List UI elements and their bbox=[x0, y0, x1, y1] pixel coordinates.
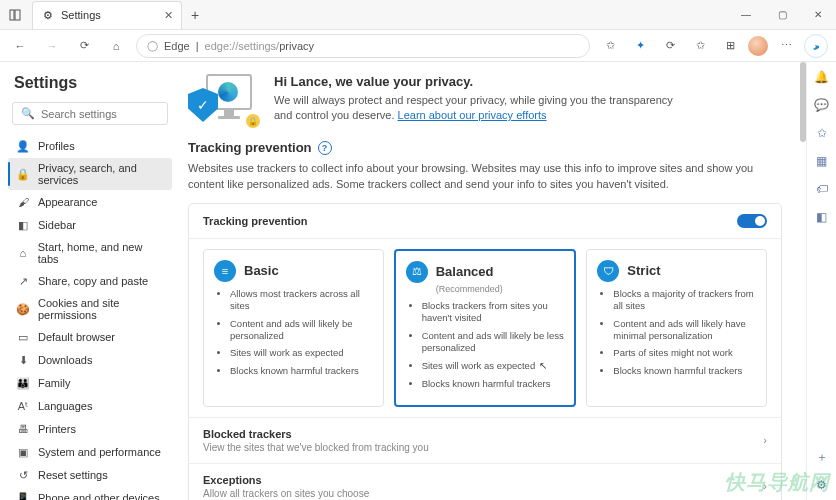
forward-button[interactable]: → bbox=[40, 34, 64, 58]
collections-icon[interactable]: ⊞ bbox=[718, 34, 742, 58]
info-icon[interactable]: ? bbox=[318, 141, 332, 155]
card-bullet: Blocks trackers from sites you haven't v… bbox=[422, 300, 565, 325]
favorites-icon[interactable]: ✩ bbox=[598, 34, 622, 58]
tab-actions-button[interactable] bbox=[0, 0, 30, 30]
card-recommended: (Recommended) bbox=[436, 284, 565, 294]
search-input[interactable] bbox=[41, 108, 179, 120]
close-window-button[interactable]: ✕ bbox=[800, 0, 836, 30]
sidebar-item-downloads[interactable]: ⬇Downloads bbox=[8, 349, 172, 371]
browser-tab[interactable]: ⚙ Settings ✕ bbox=[32, 1, 182, 29]
person-icon: 👤 bbox=[16, 139, 30, 153]
toolbar: ← → ⟳ ⌂ ◯ Edge | edge://settings/privacy… bbox=[0, 30, 836, 62]
sidebar-item-start-home-and-new-tabs[interactable]: ⌂Start, home, and new tabs bbox=[8, 237, 172, 269]
sidebar-item-system-and-performance[interactable]: ▣System and performance bbox=[8, 441, 172, 463]
sidebar-item-label: Appearance bbox=[38, 196, 97, 208]
exceptions-row[interactable]: Exceptions Allow all trackers on sites y… bbox=[189, 464, 781, 500]
tag-icon[interactable]: 🏷 bbox=[813, 180, 831, 198]
chevron-right-icon: › bbox=[763, 434, 767, 446]
sidebar-item-privacy-search-and-services[interactable]: 🔒Privacy, search, and services bbox=[8, 158, 172, 190]
minimize-button[interactable]: — bbox=[728, 0, 764, 30]
sidebar-item-share-copy-and-paste[interactable]: ↗Share, copy and paste bbox=[8, 270, 172, 292]
shield-icon: 🛡 bbox=[597, 260, 619, 282]
sidebar-item-cookies-and-site-permissions[interactable]: 🍪Cookies and site permissions bbox=[8, 293, 172, 325]
sidebar-item-label: Sidebar bbox=[38, 219, 76, 231]
star-icon[interactable]: ✩ bbox=[688, 34, 712, 58]
tracking-cards: ≡BasicAllows most trackers across all si… bbox=[189, 239, 781, 418]
search-settings[interactable]: 🔍 bbox=[12, 102, 168, 125]
hero-link[interactable]: Learn about our privacy efforts bbox=[398, 109, 547, 121]
sidebar-item-appearance[interactable]: 🖌Appearance bbox=[8, 191, 172, 213]
app-icon[interactable]: ◧ bbox=[813, 208, 831, 226]
sidebar-item-phone-and-other-devices[interactable]: 📱Phone and other devices bbox=[8, 487, 172, 500]
tracking-card-basic[interactable]: ≡BasicAllows most trackers across all si… bbox=[203, 249, 384, 407]
profile-avatar[interactable] bbox=[748, 36, 768, 56]
card-bullet: Blocks known harmful trackers bbox=[422, 378, 565, 390]
sidebar-item-default-browser[interactable]: ▭Default browser bbox=[8, 326, 172, 348]
refresh-button[interactable]: ⟳ bbox=[72, 34, 96, 58]
sidebar-item-label: Profiles bbox=[38, 140, 75, 152]
sidebar-item-label: Start, home, and new tabs bbox=[38, 241, 164, 265]
card-bullet: Sites will work as expected↖ bbox=[422, 359, 565, 372]
sidebar-item-languages[interactable]: AᵗLanguages bbox=[8, 395, 172, 417]
tracking-card-balanced[interactable]: ⚖Balanced(Recommended)Blocks trackers fr… bbox=[394, 249, 577, 407]
download-icon: ⬇ bbox=[16, 353, 30, 367]
sidebar-item-label: Cookies and site permissions bbox=[38, 297, 164, 321]
card-bullet: Content and ads will likely be personali… bbox=[230, 318, 373, 343]
tracking-card-strict[interactable]: 🛡StrictBlocks a majority of trackers fro… bbox=[586, 249, 767, 407]
bing-button[interactable] bbox=[804, 34, 828, 58]
search-icon: 🔍 bbox=[21, 107, 35, 120]
card-bullet: Content and ads will likely be less pers… bbox=[422, 330, 565, 355]
grid-icon[interactable]: ▦ bbox=[813, 152, 831, 170]
home-icon: ⌂ bbox=[16, 246, 30, 260]
tracking-toggle-row: Tracking prevention bbox=[189, 204, 781, 239]
sidebar-item-sidebar[interactable]: ◧Sidebar bbox=[8, 214, 172, 236]
sidebar-item-printers[interactable]: 🖶Printers bbox=[8, 418, 172, 440]
scrollbar[interactable] bbox=[800, 62, 806, 142]
back-button[interactable]: ← bbox=[8, 34, 32, 58]
privacy-hero: ✓ 🔒 Hi Lance, we value your privacy. We … bbox=[188, 74, 782, 124]
cookie-icon: 🍪 bbox=[16, 302, 30, 316]
home-button[interactable]: ⌂ bbox=[104, 34, 128, 58]
star-sidebar-icon[interactable]: ✩ bbox=[813, 124, 831, 142]
sidebar-item-label: Privacy, search, and services bbox=[38, 162, 164, 186]
sidebar-item-label: Languages bbox=[38, 400, 92, 412]
cursor-icon: ↖ bbox=[539, 359, 547, 372]
blocked-trackers-row[interactable]: Blocked trackers View the sites that we'… bbox=[189, 418, 781, 464]
plus-sidebar-icon[interactable]: ＋ bbox=[813, 448, 831, 466]
lock-icon: 🔒 bbox=[246, 114, 260, 128]
hero-body: We will always protect and respect your … bbox=[274, 93, 694, 124]
settings-main[interactable]: ✓ 🔒 Hi Lance, we value your privacy. We … bbox=[180, 62, 806, 500]
chat-icon[interactable]: 💬 bbox=[813, 96, 831, 114]
settings-sidebar: Settings 🔍 👤Profiles🔒Privacy, search, an… bbox=[0, 62, 180, 500]
sync-icon[interactable]: ⟳ bbox=[658, 34, 682, 58]
tracking-desc: Websites use trackers to collect info ab… bbox=[188, 161, 782, 193]
card-bullet: Blocks known harmful trackers bbox=[613, 365, 756, 377]
tracking-toggle[interactable] bbox=[737, 214, 767, 228]
sidebar-item-label: Default browser bbox=[38, 331, 115, 343]
sidebar-item-profiles[interactable]: 👤Profiles bbox=[8, 135, 172, 157]
puzzle-icon[interactable]: ✦ bbox=[628, 34, 652, 58]
maximize-button[interactable]: ▢ bbox=[764, 0, 800, 30]
sidebar-item-reset-settings[interactable]: ↺Reset settings bbox=[8, 464, 172, 486]
sidebar-item-family[interactable]: 👪Family bbox=[8, 372, 172, 394]
phone-icon: 📱 bbox=[16, 491, 30, 500]
sidebar-item-label: Share, copy and paste bbox=[38, 275, 148, 287]
gear-sidebar-icon[interactable]: ⚙ bbox=[813, 476, 831, 494]
address-bar[interactable]: ◯ Edge | edge://settings/privacy bbox=[136, 34, 590, 58]
more-icon[interactable]: ⋯ bbox=[774, 34, 798, 58]
bell-icon[interactable]: 🔔 bbox=[813, 68, 831, 86]
card-title: Balanced bbox=[436, 264, 494, 279]
card-bullet: Content and ads will likely have minimal… bbox=[613, 318, 756, 343]
close-tab-icon[interactable]: ✕ bbox=[164, 9, 173, 22]
card-bullet: Blocks a majority of trackers from all s… bbox=[613, 288, 756, 313]
tab-title: Settings bbox=[61, 9, 158, 21]
hero-title: Hi Lance, we value your privacy. bbox=[274, 74, 694, 89]
paint-icon: 🖌 bbox=[16, 195, 30, 209]
svg-rect-0 bbox=[10, 10, 14, 20]
printer-icon: 🖶 bbox=[16, 422, 30, 436]
new-tab-button[interactable]: + bbox=[182, 2, 208, 28]
svg-rect-1 bbox=[15, 10, 20, 20]
address-brand: Edge bbox=[164, 40, 190, 52]
tracking-panel: Tracking prevention ≡BasicAllows most tr… bbox=[188, 203, 782, 500]
sidebar-item-label: System and performance bbox=[38, 446, 161, 458]
